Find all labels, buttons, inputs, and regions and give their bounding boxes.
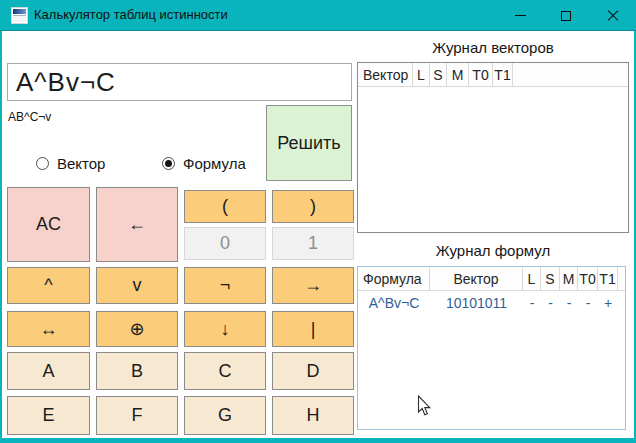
column-header: T1 bbox=[598, 267, 618, 290]
app-icon bbox=[11, 7, 28, 24]
formula-input[interactable] bbox=[7, 63, 352, 101]
column-header: S bbox=[541, 267, 560, 290]
column-header: S bbox=[430, 63, 447, 86]
key-var-e[interactable]: E bbox=[7, 396, 90, 435]
key-var-d[interactable]: D bbox=[272, 352, 354, 390]
key-var-h[interactable]: H bbox=[272, 396, 354, 435]
key-zero[interactable]: 0 bbox=[184, 227, 266, 260]
key-lparen[interactable]: ( bbox=[184, 190, 266, 223]
maximize-button[interactable] bbox=[543, 0, 589, 31]
radio-vector[interactable]: Вектор bbox=[36, 155, 105, 172]
key-var-g[interactable]: G bbox=[184, 396, 266, 435]
key-and[interactable]: ^ bbox=[7, 267, 90, 304]
column-header: T0 bbox=[578, 267, 598, 290]
key-backspace[interactable]: ← bbox=[96, 187, 178, 262]
key-var-f[interactable]: F bbox=[96, 396, 178, 435]
cell-t1: + bbox=[598, 295, 618, 311]
key-implies[interactable]: → bbox=[272, 267, 354, 304]
column-header: Вектор bbox=[430, 267, 523, 290]
cell-s: - bbox=[541, 295, 560, 311]
key-xor[interactable]: ⊕ bbox=[96, 311, 178, 347]
key-one[interactable]: 1 bbox=[272, 227, 354, 260]
solve-button[interactable]: Решить bbox=[266, 105, 352, 181]
cell-m: - bbox=[560, 295, 578, 311]
radio-formula-circle bbox=[162, 157, 175, 170]
formula-journal-table[interactable]: Формула Вектор L S M T0 T1 A^Bv¬C 101010… bbox=[357, 266, 626, 430]
vector-journal-header: Вектор L S M T0 T1 bbox=[358, 63, 628, 87]
column-header: Вектор bbox=[358, 63, 413, 86]
column-header-filler bbox=[513, 63, 628, 86]
window-title: Калькулятор таблиц истинности bbox=[34, 0, 228, 31]
maximize-icon bbox=[561, 11, 571, 21]
vector-journal-title: Журнал векторов bbox=[357, 39, 629, 56]
table-row[interactable]: A^Bv¬C 10101011 - - - - + bbox=[358, 291, 625, 315]
key-var-c[interactable]: C bbox=[184, 352, 266, 390]
cell-vector: 10101011 bbox=[430, 295, 523, 311]
app-window: Калькулятор таблиц истинности AB^C¬v Век… bbox=[0, 0, 636, 443]
close-icon bbox=[607, 10, 619, 22]
column-header-filler bbox=[618, 267, 625, 290]
radio-formula[interactable]: Формула bbox=[162, 155, 246, 172]
key-or[interactable]: v bbox=[96, 267, 178, 304]
column-header: M bbox=[560, 267, 578, 290]
column-header: T1 bbox=[493, 63, 513, 86]
key-nor[interactable]: ↓ bbox=[184, 311, 266, 347]
postfix-hint-label: AB^C¬v bbox=[8, 110, 51, 124]
cell-t0: - bbox=[578, 295, 598, 311]
radio-vector-label: Вектор bbox=[57, 155, 105, 172]
key-var-b[interactable]: B bbox=[96, 352, 178, 390]
key-rparen[interactable]: ) bbox=[272, 190, 354, 223]
window-border-bottom bbox=[0, 438, 636, 443]
vector-journal-table[interactable]: Вектор L S M T0 T1 bbox=[357, 62, 629, 233]
radio-formula-label: Формула bbox=[183, 155, 246, 172]
cell-formula: A^Bv¬C bbox=[358, 295, 430, 311]
key-var-a[interactable]: A bbox=[7, 352, 90, 390]
cell-l: - bbox=[523, 295, 541, 311]
titlebar[interactable]: Калькулятор таблиц истинности bbox=[0, 0, 636, 31]
column-header: L bbox=[523, 267, 541, 290]
key-clear-all[interactable]: AC bbox=[7, 187, 90, 262]
key-iff[interactable]: ↔ bbox=[7, 311, 90, 347]
key-nand[interactable]: | bbox=[272, 311, 354, 347]
minimize-button[interactable] bbox=[497, 0, 543, 31]
minimize-icon bbox=[515, 15, 526, 16]
close-button[interactable] bbox=[590, 0, 636, 31]
column-header: Формула bbox=[358, 267, 430, 290]
formula-journal-header: Формула Вектор L S M T0 T1 bbox=[358, 267, 625, 291]
mouse-cursor bbox=[417, 395, 433, 417]
key-not[interactable]: ¬ bbox=[184, 267, 266, 304]
formula-journal-title: Журнал формул bbox=[357, 242, 629, 259]
window-border-left bbox=[0, 31, 2, 443]
radio-vector-circle bbox=[36, 157, 49, 170]
column-header: M bbox=[447, 63, 469, 86]
column-header: T0 bbox=[469, 63, 493, 86]
column-header: L bbox=[413, 63, 430, 86]
